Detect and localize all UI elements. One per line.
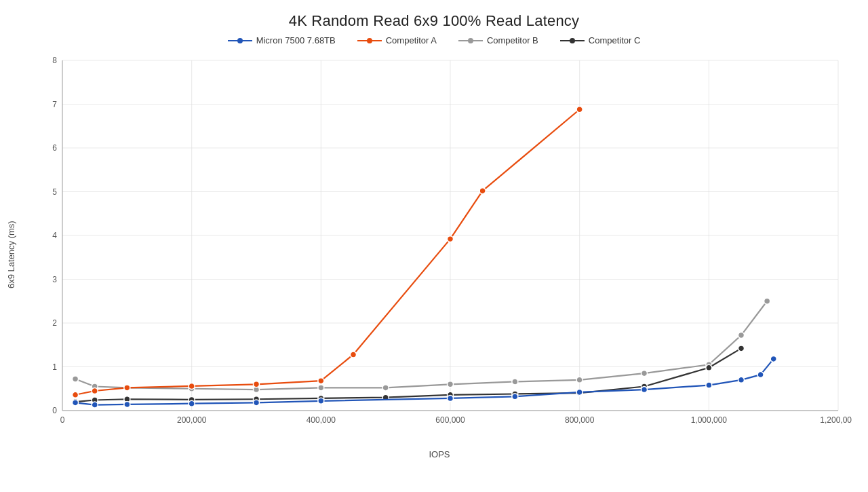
svg-point-76 [479, 188, 486, 194]
svg-point-84 [448, 395, 454, 401]
legend: Micron 7500 7.68TB Competitor A Competit… [228, 35, 641, 45]
svg-text:1,200,000: 1,200,000 [820, 415, 852, 425]
svg-point-72 [254, 381, 260, 387]
svg-point-5 [468, 38, 473, 43]
svg-point-50 [576, 377, 583, 383]
svg-point-83 [318, 398, 324, 404]
svg-point-66 [706, 364, 712, 371]
chart-container: 4K Random Read 6x9 100% Read Latency Mic… [0, 0, 868, 492]
legend-label-competitor-b: Competitor B [487, 35, 538, 45]
svg-point-68 [73, 392, 79, 398]
legend-line-competitor-c [560, 36, 585, 45]
legend-label-competitor-a: Competitor A [386, 35, 437, 45]
legend-label-micron: Micron 7500 7.68TB [256, 35, 336, 45]
svg-point-54 [764, 298, 770, 304]
svg-point-3 [367, 38, 372, 43]
svg-text:400,000: 400,000 [307, 415, 336, 425]
svg-point-1 [237, 38, 243, 43]
legend-line-competitor-a [357, 36, 382, 45]
x-axis-label: IOPS [27, 449, 852, 459]
svg-point-87 [642, 387, 648, 393]
legend-item-competitor-c: Competitor C [560, 35, 641, 45]
svg-text:8: 8 [52, 56, 57, 65]
svg-text:7: 7 [52, 100, 57, 109]
svg-point-89 [738, 377, 745, 383]
svg-text:3: 3 [52, 275, 57, 284]
legend-item-micron: Micron 7500 7.68TB [228, 35, 336, 45]
main-chart-svg: 0123456780200,000400,000600,000800,0001,… [27, 50, 852, 459]
chart-area: 6x9 Latency (ms) 0123456780200,000400,00… [0, 50, 868, 492]
svg-text:0: 0 [60, 415, 65, 425]
svg-text:0: 0 [52, 406, 57, 415]
svg-point-73 [318, 378, 324, 384]
svg-point-41 [73, 376, 79, 382]
legend-item-competitor-a: Competitor A [357, 35, 437, 45]
svg-point-49 [512, 379, 518, 385]
svg-text:800,000: 800,000 [565, 415, 595, 425]
svg-text:2: 2 [52, 318, 57, 328]
svg-point-90 [757, 372, 764, 378]
svg-point-74 [351, 352, 357, 358]
legend-label-competitor-c: Competitor C [589, 35, 641, 45]
svg-point-47 [382, 385, 389, 391]
svg-point-82 [254, 400, 260, 406]
y-axis-label: 6x9 Latency (ms) [0, 50, 27, 459]
svg-point-71 [189, 383, 195, 389]
chart-inner: 0123456780200,000400,000600,000800,0001,… [27, 50, 852, 459]
svg-text:200,000: 200,000 [177, 415, 207, 425]
svg-point-69 [92, 387, 98, 394]
svg-point-75 [448, 236, 454, 242]
svg-point-78 [73, 400, 79, 406]
svg-point-79 [92, 402, 98, 408]
svg-point-80 [124, 401, 130, 407]
svg-point-7 [570, 38, 575, 43]
svg-point-53 [738, 333, 745, 339]
svg-text:1,000,000: 1,000,000 [691, 415, 728, 425]
legend-line-micron [228, 36, 252, 45]
svg-text:6: 6 [52, 143, 57, 153]
svg-point-46 [318, 385, 324, 391]
svg-point-67 [738, 345, 745, 352]
svg-point-85 [512, 394, 518, 400]
svg-point-86 [576, 389, 583, 395]
svg-point-91 [770, 356, 776, 362]
svg-point-48 [448, 381, 454, 387]
svg-text:4: 4 [52, 231, 57, 240]
svg-point-70 [124, 385, 130, 391]
svg-text:5: 5 [52, 187, 57, 197]
svg-point-51 [642, 371, 648, 377]
chart-title: 4K Random Read 6x9 100% Read Latency [289, 12, 580, 30]
legend-item-competitor-b: Competitor B [458, 35, 538, 45]
svg-text:1: 1 [52, 362, 57, 372]
svg-point-77 [576, 107, 583, 113]
legend-line-competitor-b [458, 36, 483, 45]
svg-text:600,000: 600,000 [435, 415, 465, 425]
svg-point-88 [706, 382, 712, 388]
svg-point-81 [189, 400, 195, 406]
